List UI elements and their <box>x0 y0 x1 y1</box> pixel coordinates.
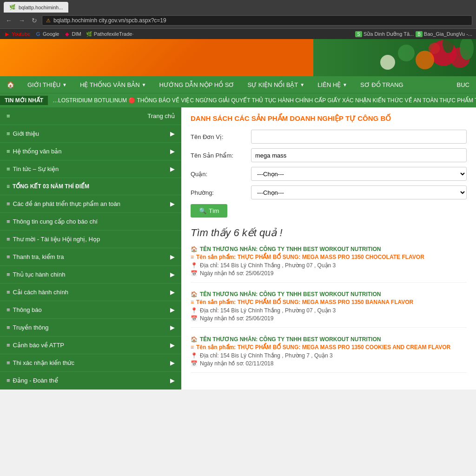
search-button[interactable]: 🔍 Tìm <box>191 204 227 218</box>
sidebar-item-thong-bao[interactable]: ≡ Thông báo ▶ <box>0 301 181 319</box>
sidebar-icon: ≡ <box>7 236 10 243</box>
sidebar-icon: ≡ <box>7 148 10 155</box>
result-company-2: 🏠 TÊN THƯƠNG NHÂN: CÔNG TY TNHH BEST WOR… <box>191 291 467 298</box>
tab-title: bqlattp.hochiminh... <box>19 5 63 10</box>
label-don-vi: Tên Đơn Vị: <box>191 133 251 140</box>
sidebar-item-gioi-thieu[interactable]: ≡ Giới thiệu ▶ <box>0 125 181 143</box>
sidebar-icon: ≡ <box>7 183 10 190</box>
product-icon: ≡ <box>191 254 194 260</box>
sidebar-item-thanh-tra[interactable]: ≡ Thanh tra, kiểm tra ▶ <box>0 248 181 266</box>
sidebar-item-thu-tuc[interactable]: ≡ Thủ tục hành chính ▶ <box>0 266 181 284</box>
result-company-1: 🏠 TÊN THƯƠNG NHÂN: CÔNG TY TNHH BEST WOR… <box>191 246 467 252</box>
nav-label: HỆ THỐNG VĂN BẢN <box>80 81 140 88</box>
result-product-3[interactable]: ≡ Tên sản phẩm: THỰC PHẨM BỔ SUNG: MEGA … <box>191 344 467 350</box>
select-phuong[interactable]: ---Chọn--- <box>251 185 467 199</box>
select-quan[interactable]: ---Chọn--- <box>251 167 467 181</box>
bookmark-pathofexile[interactable]: 🌿 PathofexileTrade· <box>86 31 134 37</box>
nav-gioi-thieu[interactable]: GIỚI THIỆU ▼ <box>21 77 73 93</box>
sidebar-item-he-thong[interactable]: ≡ Hệ thống văn bản ▶ <box>0 143 181 160</box>
reload-button[interactable]: ↻ <box>30 16 39 25</box>
chevron-right-icon: ▶ <box>170 148 175 155</box>
pin-icon: 📍 <box>191 262 198 269</box>
search-btn-label: Tìm <box>209 207 219 214</box>
page-title: DANH SÁCH CÁC SẢN PHẨM DOANH NGHIỆP TỰ C… <box>191 114 467 123</box>
nav-label: HƯỚNG DẪN NỘP HỒ SƠ <box>159 81 234 88</box>
sidebar-item-trang-chu[interactable]: ≡ Trang chủ <box>0 107 181 125</box>
browser-toolbar: ← → ↻ ⚠ bqlattp.hochiminh city.gov.vn/sp… <box>0 13 476 28</box>
nav-home[interactable]: 🏠 <box>0 76 21 93</box>
home-icon: 🏠 <box>7 81 14 88</box>
bookmark-youtube[interactable]: ▶ Youtube <box>4 31 30 37</box>
address-text: Địa chỉ: 154 Bis Lý Chính Thắng , Phường… <box>200 307 336 314</box>
result-address-3: 📍 Địa chỉ: 154 Bis Lý Chính Thắng , Phườ… <box>191 352 467 359</box>
sidebar-label: Tin tức – Sự kiện <box>13 165 59 172</box>
sidebar-label: Thanh tra, kiểm tra <box>13 253 64 260</box>
sidebar-item-thu-moi[interactable]: ≡ Thư mời - Tài liệu Hội nghị, Họp <box>0 231 181 248</box>
search-form: Tên Đơn Vị: Tên Sản Phẩm: Quận: ---Chọn-… <box>191 130 467 218</box>
bookmark-bao-gia[interactable]: B Bao_Gia_DungVu -... <box>416 31 472 37</box>
sidebar-label: Cải cách hành chính <box>13 289 68 296</box>
chevron-right-icon: ▶ <box>170 130 175 137</box>
sidebar-icon: ≡ <box>7 200 10 207</box>
nav-su-kien[interactable]: SỰ KIỆN NỔI BẬT ▼ <box>241 77 311 93</box>
bookmark-label: Bao_Gia_DungVu -... <box>424 31 472 37</box>
address-text: Địa chỉ: 154 Bis Lý Chính Thắng , Phường… <box>200 262 336 269</box>
sidebar-item-thong-tin[interactable]: ≡ Thông tin cung cấp cho báo chí <box>0 213 181 231</box>
google-icon: G <box>35 31 41 37</box>
sidebar-item-tin-tuc[interactable]: ≡ Tin tức – Sự kiện ▶ <box>0 160 181 178</box>
sidebar-item-de-an[interactable]: ≡ Các đề án phát triển thực phẩm an toàn… <box>0 195 181 213</box>
bookmark-dim[interactable]: ◆ DIM <box>64 31 81 37</box>
sidebar-label: Truyền thông <box>13 324 49 331</box>
browser-window: 🌿 bqlattp.hochiminh... ← → ↻ ⚠ bqlattp.h… <box>0 0 476 39</box>
sidebar-item-truyen-thong[interactable]: ≡ Truyền thông ▶ <box>0 319 181 337</box>
nav-so-do[interactable]: SƠ ĐỒ TRANG <box>354 77 410 93</box>
result-address-1: 📍 Địa chỉ: 154 Bis Lý Chính Thắng , Phườ… <box>191 262 467 269</box>
chevron-right-icon: ▶ <box>170 165 175 172</box>
sidebar-item-tong-ket[interactable]: ≡ TỔNG KẾT 03 NĂM THÍ ĐIỂM <box>0 178 181 195</box>
input-don-vi[interactable] <box>251 130 467 144</box>
pin-icon: 📍 <box>191 307 198 314</box>
nav-he-thong[interactable]: HỆ THỐNG VĂN BẢN ▼ <box>73 77 153 93</box>
sidebar-item-dang-doan[interactable]: ≡ Đảng - Đoàn thể ▶ <box>0 372 181 390</box>
company-name: TÊN THƯƠNG NHÂN: CÔNG TY TNHH BEST WORKO… <box>200 336 381 343</box>
sidebar-label: Thi xác nhận kiến thức <box>13 359 74 366</box>
search-icon: 🔍 <box>199 207 206 214</box>
back-button[interactable]: ← <box>4 16 14 25</box>
nav-huong-dan[interactable]: HƯỚNG DẪN NỘP HỒ SƠ <box>152 77 241 93</box>
sidebar-icon: ≡ <box>7 324 10 331</box>
forward-button[interactable]: → <box>17 16 27 25</box>
chevron-down-icon: ▼ <box>62 82 67 87</box>
sidebar-label: Hệ thống văn bản <box>13 148 62 155</box>
result-item-2: 🏠 TÊN THƯƠNG NHÂN: CÔNG TY TNHH BEST WOR… <box>191 291 467 328</box>
nav-label: GIỚI THIỆU <box>27 81 60 88</box>
result-address-2: 📍 Địa chỉ: 154 Bis Lý Chính Thắng , Phườ… <box>191 307 467 314</box>
input-san-pham[interactable] <box>251 148 467 162</box>
dim-icon: ◆ <box>64 31 70 37</box>
sidebar-item-canh-bao[interactable]: ≡ Cảnh báo về ATTP ▶ <box>0 337 181 354</box>
sidebar-label: Đảng - Đoàn thể <box>13 377 58 384</box>
nav-lien-he[interactable]: LIÊN HỆ ▼ <box>311 77 354 93</box>
pin-icon: 📍 <box>191 352 198 359</box>
svg-point-3 <box>398 45 415 61</box>
sidebar-icon: ≡ <box>7 218 10 225</box>
active-tab[interactable]: 🌿 bqlattp.hochiminh... <box>4 2 68 13</box>
label-quan: Quận: <box>191 171 251 178</box>
sidebar-label: Cảnh báo về ATTP <box>13 342 64 349</box>
home-icon: 🏠 <box>191 336 198 343</box>
result-product-1[interactable]: ≡ Tên sản phẩm: THỰC PHẨM BỔ SUNG: MEGA … <box>191 254 467 260</box>
chevron-right-icon: ▶ <box>170 253 175 260</box>
youtube-icon: ▶ <box>4 31 10 37</box>
sidebar-item-thi-xac-nhan[interactable]: ≡ Thi xác nhận kiến thức ▶ <box>0 354 181 372</box>
bookmark-sua[interactable]: S Sữa Dinh Dưỡng Tă... <box>355 31 414 37</box>
sidebar-label: Trang chủ <box>147 112 175 119</box>
result-date-3: 📅 Ngày nhận hồ sơ: 02/11/2018 <box>191 360 467 367</box>
chevron-right-icon: ▶ <box>170 359 175 366</box>
result-product-2[interactable]: ≡ Tên sản phẩm: THỰC PHẨM BỔ SUNG: MEGA … <box>191 299 467 305</box>
url-text: bqlattp.hochiminh city.gov.vn/spcb.aspx?… <box>53 17 166 24</box>
sidebar-item-cai-cach[interactable]: ≡ Cải cách hành chính ▶ <box>0 284 181 301</box>
address-bar[interactable]: ⚠ bqlattp.hochiminh city.gov.vn/spcb.asp… <box>42 15 472 26</box>
result-item-3: 🏠 TÊN THƯƠNG NHÂN: CÔNG TY TNHH BEST WOR… <box>191 336 467 373</box>
chevron-down-icon: ▼ <box>343 82 347 87</box>
sidebar-label: Các đề án phát triển thực phẩm an toàn <box>13 200 120 207</box>
bookmark-google[interactable]: G Google <box>35 31 59 37</box>
